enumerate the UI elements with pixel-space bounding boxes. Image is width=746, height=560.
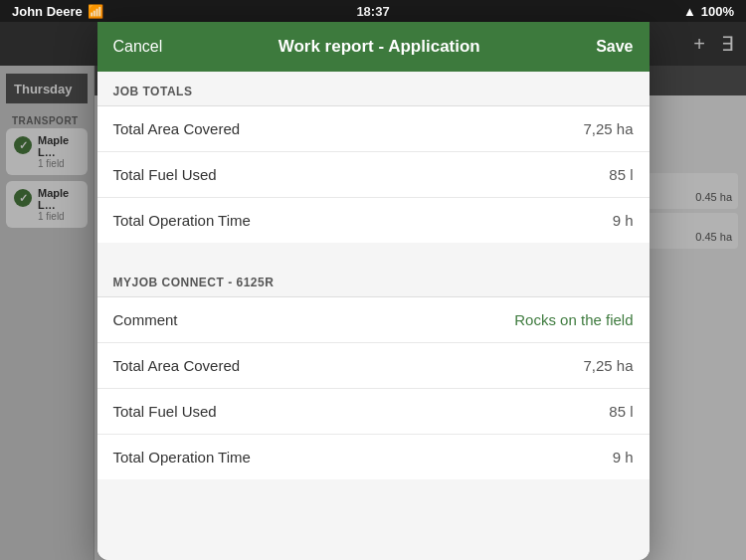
row-total-fuel-used-2: Total Fuel Used 85 l (97, 389, 650, 435)
value-total-operation-time-1: 9 h (613, 212, 634, 229)
row-total-area-covered-1: Total Area Covered 7,25 ha (97, 106, 650, 152)
status-bar-right: ▲ 100% (683, 4, 734, 19)
section-gap (97, 243, 650, 263)
status-bar-left: John Deere 📶 (12, 4, 103, 19)
section-job-totals: Total Area Covered 7,25 ha Total Fuel Us… (97, 106, 650, 243)
row-total-fuel-used-1: Total Fuel Used 85 l (97, 152, 650, 198)
modal-overlay: Cancel Work report - Application Save JO… (0, 22, 746, 560)
label-total-area-covered-1: Total Area Covered (113, 120, 241, 137)
value-total-area-covered-2: 7,25 ha (583, 357, 633, 374)
row-total-area-covered-2: Total Area Covered 7,25 ha (97, 343, 650, 389)
location-icon: ▲ (683, 4, 696, 19)
value-total-area-covered-1: 7,25 ha (583, 120, 633, 137)
bottom-spacer (97, 479, 650, 559)
section-title-job-totals: JOB TOTALS (113, 85, 193, 98)
modal-dialog: Cancel Work report - Application Save JO… (97, 22, 650, 560)
value-total-fuel-used-2: 85 l (609, 403, 633, 420)
label-comment: Comment (113, 311, 178, 328)
status-bar-time: 18:37 (356, 4, 389, 19)
value-total-fuel-used-1: 85 l (609, 166, 633, 183)
modal-header: Cancel Work report - Application Save (97, 22, 650, 72)
label-total-fuel-used-1: Total Fuel Used (113, 166, 217, 183)
row-total-operation-time-1: Total Operation Time 9 h (97, 198, 650, 243)
value-total-operation-time-2: 9 h (613, 449, 634, 466)
row-total-operation-time-2: Total Operation Time 9 h (97, 435, 650, 479)
battery-label: 100% (701, 4, 734, 19)
section-header-myjob: MYJOB CONNECT - 6125R (97, 263, 650, 297)
label-total-operation-time-1: Total Operation Time (113, 212, 251, 229)
carrier-label: John Deere (12, 4, 83, 19)
value-comment: Rocks on the field (514, 311, 633, 328)
save-button[interactable]: Save (596, 38, 633, 56)
label-total-operation-time-2: Total Operation Time (113, 449, 251, 466)
label-total-area-covered-2: Total Area Covered (113, 357, 241, 374)
modal-title: Work report - Application (279, 37, 480, 57)
section-myjob: Comment Rocks on the field Total Area Co… (97, 297, 650, 479)
row-comment: Comment Rocks on the field (97, 297, 650, 343)
section-header-job-totals: JOB TOTALS (97, 72, 650, 106)
cancel-button[interactable]: Cancel (113, 38, 163, 56)
modal-body: JOB TOTALS Total Area Covered 7,25 ha To… (97, 72, 650, 560)
label-total-fuel-used-2: Total Fuel Used (113, 403, 217, 420)
status-bar: John Deere 📶 18:37 ▲ 100% (0, 0, 746, 22)
wifi-icon: 📶 (88, 4, 103, 19)
section-title-myjob: MYJOB CONNECT - 6125R (113, 276, 275, 289)
